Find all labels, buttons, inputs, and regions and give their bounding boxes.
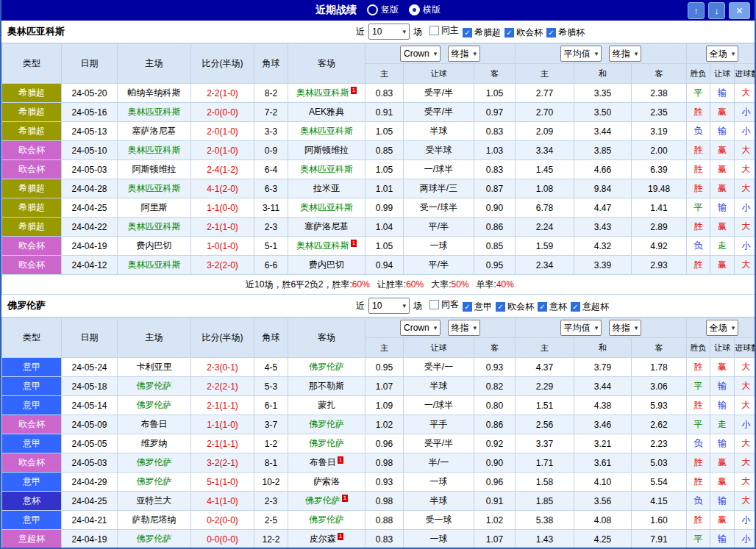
handicap-cell: 受平/半 (404, 103, 474, 122)
filter-checkbox-同主[interactable]: 同主 (429, 24, 459, 37)
away-team-link[interactable]: 皮尔森 (310, 534, 336, 544)
layout-radio-竖版[interactable]: 竖版 (367, 4, 399, 16)
avg-home-cell: 1.58 (516, 473, 574, 492)
away-team-link[interactable]: 布鲁日 (310, 457, 336, 467)
result-wdl-cell: 胜 (687, 103, 710, 122)
away-team-link[interactable]: 蒙扎 (318, 400, 335, 410)
home-team-link[interactable]: 奥林匹亚科斯 (128, 145, 181, 155)
filter-checkbox-希腊超[interactable]: ✓希腊超 (463, 26, 501, 39)
home-team-link[interactable]: 萨勒尼塔纳 (132, 514, 176, 525)
sub-col-主: 主 (365, 64, 404, 84)
home-team-link[interactable]: 奥林匹亚科斯 (128, 183, 181, 193)
away-team-link[interactable]: 塞萨洛尼基 (304, 221, 349, 232)
away-team-link[interactable]: 奥林匹亚科斯 (300, 126, 353, 136)
away-team-cell: 奥林匹亚科斯1 (288, 237, 365, 256)
europe-stage-select[interactable]: 终指▾ (609, 46, 642, 62)
scope-select[interactable]: 全场▾ (706, 46, 739, 62)
home-team-link[interactable]: 塞萨洛尼基 (132, 126, 176, 136)
home-team-link[interactable]: 奥林匹亚科斯 (128, 221, 181, 232)
layout-radio-横版[interactable]: 横版 (409, 4, 441, 16)
filter-checkbox-意甲[interactable]: ✓意甲 (463, 301, 492, 313)
filter-checkbox-同客[interactable]: 同客 (429, 298, 459, 311)
away-team-link[interactable]: 佛罗伦萨 (305, 495, 340, 506)
away-team-link[interactable]: 奥林匹亚科斯 (296, 240, 349, 251)
filter-checkbox-欧会杯[interactable]: ✓欧会杯 (504, 26, 543, 39)
move-up-button[interactable]: ↑ (688, 2, 705, 19)
date-cell: 24-05-03 (62, 453, 118, 473)
scope-select[interactable]: 全场▾ (706, 320, 739, 336)
away-team-link[interactable]: 奥林匹亚科斯 (300, 202, 353, 212)
match-row: 欧会杯24-05-10奥林匹亚科斯2-0(1-0)0-9阿斯顿维拉0.85受半球… (2, 141, 756, 160)
away-team-link[interactable]: 佛罗伦萨 (309, 362, 344, 372)
europe-source-select[interactable]: 平均值▾ (560, 46, 602, 62)
move-down-button[interactable]: ↓ (708, 2, 725, 19)
result-handicap-cell: 输 (710, 434, 735, 453)
home-team-link[interactable]: 布鲁日 (141, 419, 168, 429)
filter-checkbox-欧会杯[interactable]: ✓欧会杯 (496, 301, 534, 313)
home-team-cell: 奥林匹亚科斯 (118, 141, 191, 160)
away-team-link[interactable]: 佛罗伦萨 (309, 438, 344, 448)
europe-stage-select[interactable]: 终指▾ (609, 320, 642, 336)
away-team-link[interactable]: 奥林匹亚科斯 (296, 87, 349, 98)
handicap-cell: 平/半 (404, 218, 474, 237)
result-handicap-cell: 赢 (710, 453, 735, 473)
result-wdl-cell: 胜 (687, 396, 710, 415)
home-team-link[interactable]: 帕纳辛纳科斯 (128, 87, 181, 98)
match-row: 意甲24-05-14佛罗伦萨2-1(1-1)6-1蒙扎1.09一/球半0.801… (2, 396, 756, 415)
away-team-link[interactable]: 那不勒斯 (309, 381, 344, 391)
home-team-cell: 阿里斯 (118, 198, 191, 218)
home-team-link[interactable]: 阿斯顿维拉 (132, 164, 176, 174)
checkbox-label: 意超杯 (582, 301, 609, 313)
result-handicap-cell: 输 (710, 198, 735, 218)
away-odds-cell: 0.83 (474, 160, 516, 179)
date-cell: 24-04-12 (62, 256, 118, 275)
home-team-link[interactable]: 费内巴切 (137, 240, 172, 251)
odds-source-select[interactable]: Crown▾ (400, 46, 441, 62)
home-team-link[interactable]: 佛罗伦萨 (137, 476, 172, 487)
home-team-link[interactable]: 维罗纳 (141, 438, 168, 448)
col-type: 类型 (2, 318, 62, 358)
away-team-link[interactable]: 萨索洛 (313, 476, 340, 487)
away-team-link[interactable]: 佛罗伦萨 (309, 419, 344, 429)
away-team-cell: 佛罗伦萨 (288, 511, 365, 530)
odds-stage-select[interactable]: 终指▾ (448, 46, 481, 62)
away-team-link[interactable]: AEK雅典 (309, 107, 344, 117)
checkbox-checked-icon: ✓ (496, 302, 505, 312)
close-button[interactable]: × (729, 2, 750, 19)
away-team-link[interactable]: 奥林匹亚科斯 (300, 164, 353, 174)
avg-away-cell: 7.91 (632, 530, 687, 549)
match-count-select[interactable]: 10▾ (368, 24, 410, 40)
result-wdl-cell: 胜 (687, 511, 710, 530)
away-team-link[interactable]: 阿斯顿维拉 (304, 145, 349, 155)
avg-draw-cell: 4.38 (574, 396, 632, 415)
avg-away-cell: 3.19 (632, 122, 687, 141)
away-team-link[interactable]: 费内巴切 (309, 259, 344, 270)
date-cell: 24-05-24 (62, 358, 118, 377)
date-cell: 24-04-19 (62, 530, 118, 549)
odds-source-select[interactable]: Crown▾ (400, 320, 441, 336)
home-team-link[interactable]: 佛罗伦萨 (137, 534, 172, 544)
avg-away-cell: 2.35 (632, 103, 687, 122)
avg-draw-cell: 4.08 (574, 511, 632, 530)
filter-checkbox-意杯[interactable]: ✓意杯 (538, 301, 567, 313)
filter-checkbox-意超杯[interactable]: ✓意超杯 (571, 301, 609, 313)
home-team-link[interactable]: 奥林匹亚科斯 (128, 259, 181, 270)
filter-checkbox-希腊杯[interactable]: ✓希腊杯 (546, 26, 585, 39)
red-card-icon: 1 (351, 87, 357, 94)
home-team-link[interactable]: 亚特兰大 (137, 495, 172, 506)
home-team-link[interactable]: 佛罗伦萨 (137, 457, 172, 467)
avg-draw-cell: 3.56 (574, 492, 632, 511)
home-team-link[interactable]: 佛罗伦萨 (137, 400, 172, 410)
match-count-select[interactable]: 10▾ (368, 298, 410, 314)
home-team-cell: 佛罗伦萨 (118, 396, 191, 415)
date-cell: 24-05-05 (62, 434, 118, 453)
odds-stage-select[interactable]: 终指▾ (448, 320, 481, 336)
home-team-link[interactable]: 阿里斯 (141, 202, 168, 212)
league-badge: 欧会杯 (2, 160, 62, 179)
away-team-link[interactable]: 拉米亚 (313, 183, 340, 193)
home-team-link[interactable]: 卡利亚里 (137, 362, 172, 372)
home-team-link[interactable]: 奥林匹亚科斯 (128, 107, 181, 117)
away-team-link[interactable]: 佛罗伦萨 (309, 514, 344, 525)
europe-source-select[interactable]: 平均值▾ (560, 320, 602, 336)
home-team-link[interactable]: 佛罗伦萨 (137, 381, 172, 391)
